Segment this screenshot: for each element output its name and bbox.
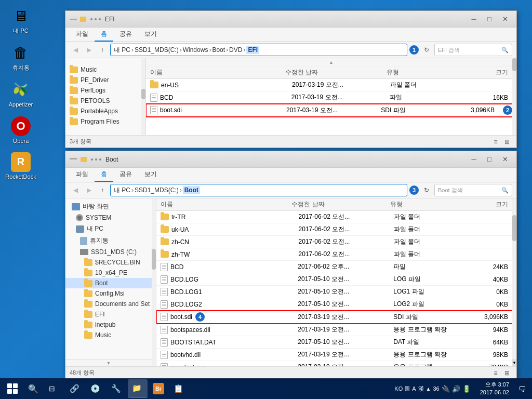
- boot-file-row-ukua[interactable]: uk-UA 2017-06-02 오전... 파일 폴더: [156, 223, 516, 236]
- efi-file-row-bootsdi[interactable]: boot.sdi 2017-03-19 오전... SDI 파일 3,096KB…: [146, 104, 516, 117]
- taskbar-icon-tools[interactable]: 🔧: [107, 379, 127, 398]
- taskbar-icon-cd[interactable]: 💿: [86, 379, 106, 398]
- boot-sidebar-boot[interactable]: Boot: [65, 278, 156, 288]
- boot-file-row-bcd[interactable]: BCD 2017-06-02 오후... 파일 24KB: [156, 261, 516, 273]
- efi-view-list-btn[interactable]: ≡: [490, 137, 501, 147]
- boot-view-detail-btn[interactable]: ⊞: [502, 368, 512, 378]
- boot-close-btn[interactable]: ✕: [498, 154, 512, 165]
- efi-sidebar-perflogs[interactable]: PerfLogs: [65, 85, 145, 96]
- boot-list-scroll-thumb[interactable]: [512, 215, 516, 241]
- efi-col-type[interactable]: 유형: [387, 68, 454, 77]
- boot-sidebar-inetpub[interactable]: inetpub: [65, 320, 156, 330]
- boot-file-row-zhcn[interactable]: zh-CN 2017-06-02 오전... 파일 폴더: [156, 236, 516, 248]
- boot-forward-btn[interactable]: ▶: [83, 184, 95, 196]
- boot-sidebar-documents[interactable]: Documents and Set: [65, 299, 156, 309]
- boot-maximize-btn[interactable]: □: [482, 154, 497, 165]
- efi-view-detail-btn[interactable]: ⊞: [502, 137, 512, 147]
- battery-icon[interactable]: 🔋: [462, 385, 471, 393]
- efi-file-row-bcd[interactable]: BCD 2017-03-19 오전... 파일 16KB: [146, 91, 516, 104]
- boot-refresh-btn[interactable]: ↻: [421, 184, 432, 196]
- boot-sidebar-music[interactable]: Music: [65, 330, 156, 340]
- boot-sidebar-ssd[interactable]: SSD1_MDS (C:): [65, 247, 156, 257]
- efi-sidebar-portableapps[interactable]: PortableApps: [65, 106, 145, 116]
- efi-maximize-btn[interactable]: □: [482, 14, 497, 24]
- boot-tab-view[interactable]: 보기: [138, 168, 163, 182]
- efi-sidebar-scroll-thumb[interactable]: [141, 89, 145, 99]
- boot-file-row-bcdlog1[interactable]: BCD.LOG1 2017-05-10 오전... LOG1 파일 0KB: [156, 286, 516, 298]
- efi-up-btn[interactable]: ↑: [97, 44, 108, 56]
- boot-file-row-bootspaces[interactable]: bootspaces.dll 2017-03-19 오전... 응용 프로그램 …: [156, 324, 516, 336]
- boot-file-row-bootstatdat[interactable]: BOOTSTAT.DAT 2017-05-10 오전... DAT 파일 64K…: [156, 336, 516, 349]
- systray-arrow[interactable]: ▲: [426, 386, 431, 392]
- efi-sidebar-music[interactable]: Music: [65, 64, 145, 75]
- taskbar-taskview-btn[interactable]: ⊟: [45, 379, 64, 398]
- boot-view-list-btn[interactable]: ≡: [490, 368, 501, 378]
- boot-file-row-trtr[interactable]: tr-TR 2017-06-02 오선... 파일 폴더: [156, 211, 516, 223]
- taskbar-notes-btn[interactable]: 📋: [169, 379, 189, 398]
- boot-sidebar-system[interactable]: SYSTEM: [65, 212, 156, 223]
- boot-col-type[interactable]: 유형: [390, 200, 456, 209]
- efi-list-scroll-thumb[interactable]: [512, 58, 516, 71]
- efi-tab-file[interactable]: 파일: [70, 28, 95, 42]
- boot-sidebar-configmsi[interactable]: Config.Msi: [65, 288, 156, 299]
- efi-col-size[interactable]: 크기: [454, 68, 512, 77]
- boot-sidebar-efi[interactable]: EFI: [65, 309, 156, 320]
- boot-file-row-bcdlog2[interactable]: BCD.LOG2 2017-05-10 오전... LOG2 파일 0KB: [156, 298, 516, 311]
- efi-file-row-enus[interactable]: en-US 2017-03-19 오전... 파일 폴더: [146, 79, 516, 91]
- boot-type-bootspaces: 응용 프로그램 확장: [393, 325, 457, 334]
- efi-search-box[interactable]: EFI 검색 🔍: [434, 44, 512, 56]
- efi-sidebar-pedriver[interactable]: PE_Driver: [65, 75, 145, 85]
- boot-file-row-bootvhd[interactable]: bootvhd.dll 2017-03-19 오전... 응용 프로그램 확장 …: [156, 349, 516, 361]
- efi-tab-home[interactable]: 홈: [95, 28, 113, 42]
- efi-tab-share[interactable]: 공유: [113, 28, 138, 42]
- boot-col-date[interactable]: 수정한 날짜: [291, 200, 390, 209]
- boot-sidebar-desktop[interactable]: 바탕 화면: [65, 201, 156, 212]
- taskbar-search-btn[interactable]: 🔍: [24, 379, 44, 398]
- taskbar-clock[interactable]: 오후 3:07 2017-06-02: [476, 381, 513, 397]
- boot-tab-file[interactable]: 파일: [70, 168, 95, 182]
- boot-file-row-bootsdi[interactable]: boot.sdi 4 2017-03-19 오전... SDI 파일 3,096…: [156, 311, 516, 324]
- desktop-icon-recycle[interactable]: 🗑 휴지통: [3, 42, 39, 71]
- efi-address-bar[interactable]: 내 PC › SSD1_MDS(C:) › Windows › Boot › D…: [110, 44, 407, 56]
- boot-address-bar[interactable]: 내 PC › SSD1_MDS(C:) › Boot: [110, 184, 407, 196]
- efi-forward-btn[interactable]: ▶: [83, 44, 95, 56]
- taskbar-folder1-btn[interactable]: 📁: [128, 379, 148, 398]
- boot-file-row-bcdlog[interactable]: BCD.LOG 2017-05-10 오전... LOG 파일 40KB: [156, 273, 516, 286]
- boot-tab-home[interactable]: 홈: [95, 168, 113, 182]
- efi-sidebar-programfiles[interactable]: Program Files: [65, 116, 145, 127]
- taskbar-start-button[interactable]: [2, 379, 23, 398]
- efi-sidebar-petools[interactable]: PETOOLS: [65, 96, 145, 106]
- boot-back-btn[interactable]: ◀: [70, 184, 81, 196]
- boot-up-btn[interactable]: ↑: [97, 184, 108, 196]
- boot-sidebar-scroll-thumb[interactable]: [152, 249, 156, 270]
- desktop-icon-my-pc[interactable]: 🖥 내 PC: [3, 5, 39, 34]
- boot-col-name[interactable]: 이름: [161, 200, 291, 209]
- boot-col-size[interactable]: 크기: [456, 200, 512, 209]
- efi-back-btn[interactable]: ◀: [70, 44, 81, 56]
- network-icon[interactable]: 🔌: [442, 385, 450, 393]
- taskbar-br-btn[interactable]: Br: [149, 379, 168, 398]
- boot-sidebar-recycle[interactable]: 휴지통: [65, 235, 156, 247]
- desktop-icon-rocketdock[interactable]: R RocketDock: [3, 152, 39, 180]
- efi-tab-view[interactable]: 보기: [138, 28, 163, 42]
- efi-close-btn[interactable]: ✕: [498, 14, 512, 24]
- desktop-icon-appetizer[interactable]: 🫒 Appetizer: [3, 79, 39, 108]
- efi-col-name[interactable]: 이름: [150, 68, 285, 77]
- boot-sidebar-recycle-bin[interactable]: $RECYCLE.BIN: [65, 257, 156, 268]
- efi-minimize-btn[interactable]: ─: [467, 14, 481, 24]
- taskbar-icon-thing1[interactable]: 🔗: [65, 379, 85, 398]
- boot-search-box[interactable]: Boot 검색 🔍: [434, 184, 512, 196]
- boot-tab-share[interactable]: 공유: [113, 168, 138, 182]
- boot-sidebar-mypc[interactable]: 내 PC: [65, 223, 156, 235]
- efi-col-date[interactable]: 수정한 날짜: [285, 68, 387, 77]
- volume-icon[interactable]: 🔊: [452, 385, 460, 393]
- lang-indicator[interactable]: KO: [394, 385, 403, 392]
- boot-file-row-memtest[interactable]: memtest.exe 2017-03-19 오전... 응용 프로그램 794…: [156, 361, 516, 366]
- boot-sidebar-10x64[interactable]: 10_x64_PE: [65, 268, 156, 278]
- boot-file-row-zhtw[interactable]: zh-TW 2017-06-02 오전... 파일 폴더: [156, 248, 516, 261]
- boot-minimize-btn[interactable]: ─: [467, 154, 481, 165]
- efi-refresh-btn[interactable]: ↻: [421, 44, 432, 56]
- boot-scroll-down-arrow[interactable]: ▼: [512, 359, 516, 366]
- taskbar-action-center-btn[interactable]: 🗨: [514, 379, 530, 398]
- desktop-icon-opera[interactable]: O Opera: [3, 116, 39, 144]
